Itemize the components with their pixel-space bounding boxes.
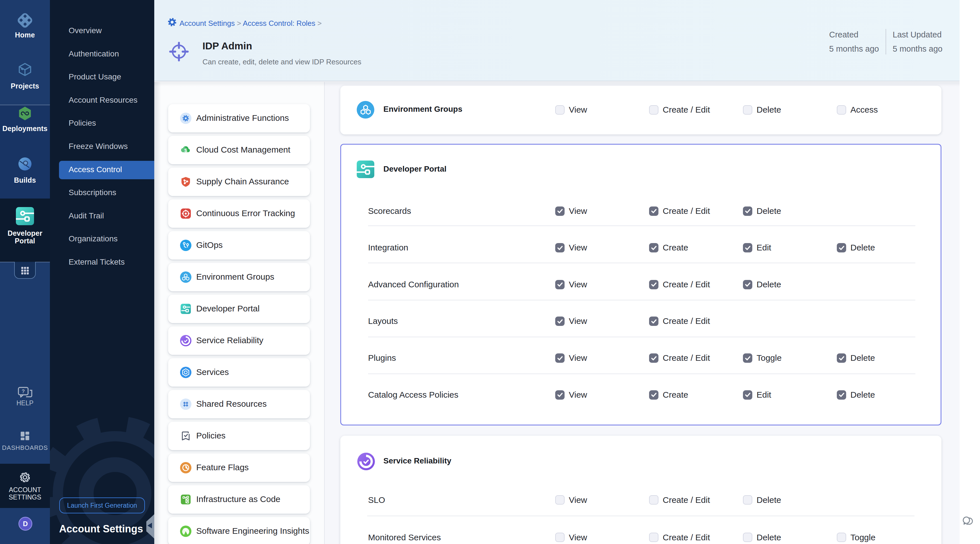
svg-text:$: $ xyxy=(184,148,187,153)
svg-text:?: ? xyxy=(22,388,25,394)
